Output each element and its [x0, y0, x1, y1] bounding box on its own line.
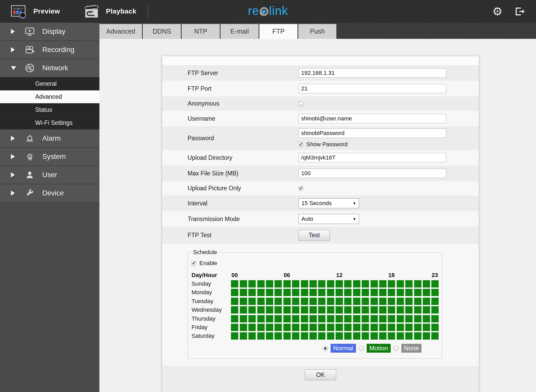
schedule-cell[interactable]	[423, 324, 430, 331]
sidebar-item-user[interactable]: User	[0, 166, 99, 184]
schedule-cell[interactable]	[362, 280, 369, 287]
schedule-cell[interactable]	[353, 324, 360, 331]
sidebar-item-alarm[interactable]: Alarm	[0, 130, 99, 148]
schedule-cell[interactable]	[301, 324, 308, 331]
schedule-cell[interactable]	[362, 324, 369, 331]
mode-radio-motion[interactable]	[359, 346, 364, 351]
schedule-cell[interactable]	[388, 289, 395, 296]
schedule-cell[interactable]	[423, 280, 430, 287]
ftp-test-button[interactable]: Test	[299, 230, 330, 241]
schedule-cell[interactable]	[248, 306, 256, 314]
schedule-cell[interactable]	[353, 280, 360, 287]
show-password-checkbox[interactable]	[299, 142, 303, 147]
schedule-cell[interactable]	[248, 324, 256, 331]
schedule-cell[interactable]	[414, 324, 421, 331]
interval-select[interactable]: 15 Seconds ▼	[299, 198, 359, 208]
schedule-cell[interactable]	[336, 306, 343, 314]
anonymous-checkbox[interactable]	[299, 101, 303, 106]
schedule-cell[interactable]	[336, 289, 343, 296]
schedule-cell[interactable]	[327, 298, 334, 305]
schedule-cell[interactable]	[231, 324, 238, 331]
username-input[interactable]	[299, 114, 446, 123]
schedule-cell[interactable]	[257, 289, 265, 296]
schedule-cell[interactable]	[379, 315, 386, 322]
schedule-cell[interactable]	[397, 289, 404, 296]
schedule-cell[interactable]	[283, 298, 291, 305]
schedule-cell[interactable]	[379, 324, 386, 331]
schedule-cell[interactable]	[318, 289, 325, 296]
schedule-cell[interactable]	[283, 315, 291, 322]
schedule-cell[interactable]	[257, 332, 265, 340]
schedule-cell[interactable]	[283, 280, 291, 287]
schedule-cell[interactable]	[257, 280, 265, 287]
schedule-cell[interactable]	[336, 332, 343, 340]
schedule-cell[interactable]	[266, 306, 273, 314]
schedule-cell[interactable]	[336, 298, 343, 305]
mode-pill-normal[interactable]: Normal	[331, 344, 356, 353]
schedule-cell[interactable]	[309, 289, 317, 296]
schedule-cell[interactable]	[414, 332, 421, 340]
schedule-cell[interactable]	[362, 315, 369, 322]
schedule-cell[interactable]	[405, 289, 413, 296]
schedule-cell[interactable]	[414, 306, 421, 314]
mode-pill-none[interactable]: None	[401, 344, 421, 353]
schedule-cell[interactable]	[371, 280, 378, 287]
schedule-cell[interactable]	[266, 298, 273, 305]
schedule-enable-checkbox[interactable]	[192, 261, 196, 266]
logout-icon[interactable]	[514, 6, 526, 17]
schedule-cell[interactable]	[240, 306, 247, 314]
max-file-size-input[interactable]	[299, 169, 446, 178]
schedule-cell[interactable]	[231, 289, 238, 296]
schedule-cell[interactable]	[423, 306, 430, 314]
schedule-cell[interactable]	[257, 315, 265, 322]
schedule-cell[interactable]	[405, 332, 413, 340]
schedule-cell[interactable]	[405, 306, 413, 314]
sidebar-subitem-status[interactable]: Status	[0, 103, 99, 117]
schedule-cell[interactable]	[353, 289, 360, 296]
tab-ftp[interactable]: FTP	[259, 24, 297, 39]
schedule-cell[interactable]	[275, 306, 282, 314]
schedule-cell[interactable]	[309, 332, 317, 340]
schedule-cell[interactable]	[231, 306, 238, 314]
schedule-cell[interactable]	[327, 332, 334, 340]
schedule-cell[interactable]	[405, 298, 413, 305]
transmission-mode-select[interactable]: Auto ▼	[299, 214, 359, 224]
schedule-cell[interactable]	[388, 280, 395, 287]
schedule-cell[interactable]	[231, 332, 238, 340]
schedule-cell[interactable]	[301, 298, 308, 305]
schedule-cell[interactable]	[327, 289, 334, 296]
schedule-cell[interactable]	[248, 280, 256, 287]
schedule-cell[interactable]	[397, 280, 404, 287]
schedule-cell[interactable]	[405, 280, 413, 287]
schedule-cell[interactable]	[379, 298, 386, 305]
tab-ntp[interactable]: NTP	[182, 24, 220, 39]
schedule-cell[interactable]	[344, 280, 352, 287]
schedule-cell[interactable]	[275, 298, 282, 305]
schedule-cell[interactable]	[240, 280, 247, 287]
schedule-cell[interactable]	[292, 289, 299, 296]
sidebar-subitem-general[interactable]: General	[0, 77, 99, 90]
schedule-cell[interactable]	[423, 289, 430, 296]
schedule-cell[interactable]	[362, 298, 369, 305]
mode-radio-normal[interactable]	[323, 346, 328, 351]
ok-button[interactable]: OK	[305, 369, 336, 380]
schedule-cell[interactable]	[336, 280, 343, 287]
sidebar-item-device[interactable]: Device	[0, 184, 99, 203]
schedule-cell[interactable]	[292, 306, 299, 314]
ftp-server-input[interactable]	[299, 68, 446, 78]
schedule-cell[interactable]	[301, 332, 308, 340]
schedule-cell[interactable]	[371, 306, 378, 314]
schedule-cell[interactable]	[309, 324, 317, 331]
schedule-cell[interactable]	[431, 306, 439, 314]
schedule-cell[interactable]	[309, 298, 317, 305]
schedule-cell[interactable]	[388, 332, 395, 340]
schedule-cell[interactable]	[309, 306, 317, 314]
schedule-cell[interactable]	[240, 298, 247, 305]
schedule-cell[interactable]	[275, 324, 282, 331]
schedule-cell[interactable]	[318, 280, 325, 287]
gear-icon[interactable]: ⚙	[492, 6, 503, 17]
schedule-cell[interactable]	[371, 324, 378, 331]
schedule-cell[interactable]	[397, 332, 404, 340]
schedule-cell[interactable]	[266, 280, 273, 287]
schedule-cell[interactable]	[344, 324, 352, 331]
